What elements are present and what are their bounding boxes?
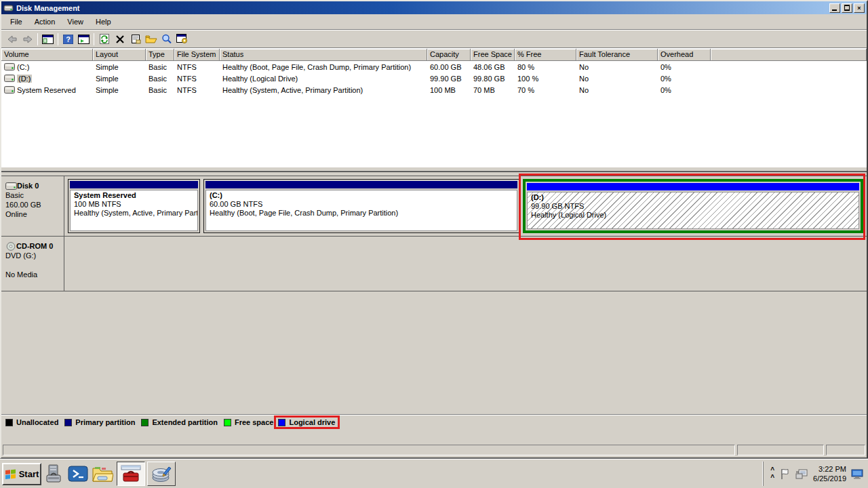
- partition-status: Healthy (Logical Drive): [531, 211, 855, 220]
- settings-window-icon[interactable]: [174, 32, 190, 47]
- toolbox-icon: [121, 465, 141, 483]
- cdrom-status: No Media: [5, 270, 61, 279]
- cell-fs: NTFS: [174, 75, 220, 83]
- col-status[interactable]: Status: [220, 49, 427, 61]
- open-folder-icon[interactable]: [143, 32, 159, 47]
- powershell-icon[interactable]: [66, 462, 90, 486]
- properties-icon[interactable]: [127, 32, 143, 47]
- volume-label-selected: (D:): [17, 75, 32, 83]
- network-icon[interactable]: [795, 468, 808, 480]
- partition-size: 100 MB NTFS: [74, 200, 194, 209]
- cell-type: Basic: [146, 75, 174, 83]
- status-bar: [1, 443, 867, 458]
- legend-label: Extended partition: [152, 418, 218, 426]
- col-pct-free[interactable]: % Free: [515, 49, 576, 61]
- volume-row-d[interactable]: (D:) Simple Basic NTFS Healthy (Logical …: [1, 73, 867, 84]
- cdrom-info[interactable]: CD-ROM 0 DVD (G:) No Media: [1, 237, 64, 291]
- action-center-flag-icon[interactable]: [779, 468, 790, 480]
- volume-row-system-reserved[interactable]: System Reserved Simple Basic NTFS Health…: [1, 84, 867, 96]
- svg-text:?: ?: [66, 35, 71, 43]
- disk0-info[interactable]: Disk 0 Basic 160.00 GB Online: [1, 176, 64, 236]
- magnifier-icon[interactable]: [159, 32, 174, 47]
- show-desktop-icon[interactable]: [851, 469, 863, 479]
- col-fault-tolerance[interactable]: Fault Tolerance: [576, 49, 658, 61]
- clock-date: 6/25/2019: [813, 474, 846, 483]
- toolbar-separator: [37, 33, 38, 45]
- legend-label: Free space: [235, 418, 273, 426]
- refresh-icon[interactable]: [96, 32, 112, 47]
- taskbar: Start ^^ 3:22 PM 6/25/2019: [0, 459, 868, 488]
- back-icon[interactable]: [4, 32, 20, 47]
- menu-file[interactable]: File: [4, 16, 28, 28]
- cell-pct: 80 %: [515, 63, 576, 71]
- col-capacity[interactable]: Capacity: [427, 49, 471, 61]
- restore-button[interactable]: [842, 3, 852, 13]
- legend-swatch-extended: [141, 419, 149, 426]
- col-type[interactable]: Type: [146, 49, 174, 61]
- cdrom-row: CD-ROM 0 DVD (G:) No Media: [1, 237, 867, 291]
- show-console-tree-icon[interactable]: [40, 32, 56, 47]
- explorer-folder-icon[interactable]: [90, 462, 115, 486]
- disk-management-taskbar-button[interactable]: [147, 462, 176, 486]
- toolbar: ?: [1, 30, 867, 48]
- col-volume[interactable]: Volume: [1, 49, 93, 61]
- col-free-space[interactable]: Free Space: [471, 49, 515, 61]
- cell-fs: NTFS: [174, 86, 220, 94]
- cell-pct: 70 %: [515, 86, 576, 94]
- disk0-status: Online: [5, 209, 61, 219]
- tray-clock[interactable]: 3:22 PM 6/25/2019: [813, 464, 846, 483]
- app-icon: [3, 3, 14, 12]
- delete-icon[interactable]: [112, 32, 127, 47]
- disk-icon: [5, 182, 17, 190]
- legend-label: Unallocated: [16, 418, 58, 426]
- window-title: Disk Management: [16, 4, 828, 12]
- partition-size: 99.90 GB NTFS: [531, 202, 855, 211]
- cell-free: 48.06 GB: [471, 63, 515, 71]
- start-button[interactable]: Start: [2, 463, 41, 485]
- pane-splitter[interactable]: [1, 167, 867, 171]
- partition-system-reserved[interactable]: System Reserved 100 MB NTFS Healthy (Sys…: [68, 179, 200, 233]
- partition-d-selected[interactable]: (D:) 99.90 GB NTFS Healthy (Logical Driv…: [523, 179, 863, 233]
- cell-layout: Simple: [93, 86, 146, 94]
- legend-primary-partition: Primary partition: [64, 418, 135, 426]
- legend-bar: Unallocated Primary partition Extended p…: [1, 414, 867, 430]
- status-section-1: [737, 445, 824, 455]
- toolbar-separator: [58, 33, 58, 45]
- partition-size: 60.00 GB NTFS: [210, 200, 513, 209]
- col-layout[interactable]: Layout: [93, 49, 146, 61]
- volume-icon: [4, 63, 15, 70]
- col-overhead[interactable]: Overhead: [658, 49, 711, 61]
- status-section-main: [3, 445, 735, 455]
- menu-action[interactable]: Action: [28, 16, 62, 28]
- disk0-row: Disk 0 Basic 160.00 GB Online System Res…: [1, 176, 867, 237]
- close-button[interactable]: ×: [854, 3, 865, 13]
- cell-ft: No: [576, 63, 658, 71]
- computer-management-taskbar-button[interactable]: [117, 462, 145, 486]
- help-icon[interactable]: ?: [60, 32, 76, 47]
- minimize-button[interactable]: [829, 3, 840, 13]
- disk0-size: 160.00 GB: [5, 200, 61, 209]
- server-manager-icon[interactable]: [41, 462, 66, 486]
- disk0-type: Basic: [5, 190, 61, 200]
- show-action-pane-icon[interactable]: [76, 32, 92, 47]
- partition-status: Healthy (Boot, Page File, Crash Dump, Pr…: [210, 209, 513, 218]
- volume-list: Volume Layout Type File System Status Ca…: [1, 49, 867, 167]
- cell-type: Basic: [146, 86, 174, 94]
- cdrom-empty-area: [64, 237, 867, 291]
- volume-label: System Reserved: [17, 86, 76, 94]
- forward-icon[interactable]: [20, 32, 35, 47]
- status-section-2: [826, 445, 865, 455]
- restore-icon: [844, 5, 850, 10]
- legend-label: Primary partition: [75, 418, 135, 426]
- partition-name: (C:): [210, 191, 513, 200]
- title-bar[interactable]: Disk Management ×: [1, 1, 867, 14]
- volume-row-c[interactable]: (C:) Simple Basic NTFS Healthy (Boot, Pa…: [1, 61, 867, 73]
- menu-view[interactable]: View: [61, 16, 90, 28]
- partition-c[interactable]: (C:) 60.00 GB NTFS Healthy (Boot, Page F…: [203, 179, 519, 233]
- partition-status: Healthy (System, Active, Primary Parti: [74, 209, 194, 218]
- cell-overhead: 0%: [658, 63, 711, 71]
- show-hidden-icons-chevron[interactable]: ^^: [770, 466, 774, 481]
- legend-swatch-free-space: [224, 419, 231, 426]
- col-file-system[interactable]: File System: [174, 49, 220, 61]
- menu-help[interactable]: Help: [90, 16, 117, 28]
